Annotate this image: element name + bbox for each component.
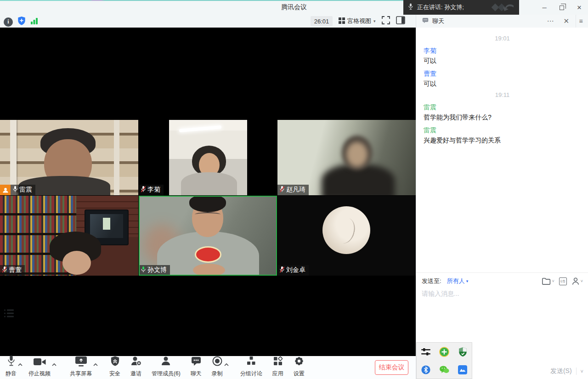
mute-button[interactable]: 静音 xyxy=(6,357,17,378)
send-button[interactable]: 发送(S) xyxy=(550,367,572,375)
chat-button[interactable]: 聊天 xyxy=(191,357,202,378)
tencent-meeting-window: 腾讯会议 正在讲话: 孙文博; ─ ✕ i 26:0 xyxy=(0,0,588,379)
share-options-chevron[interactable] xyxy=(92,360,99,368)
security-button[interactable]: 安全 xyxy=(109,357,120,378)
chat-timestamp: 19:11 xyxy=(424,91,581,98)
video-tile-liujinzhuo[interactable]: 刘金卓 xyxy=(277,196,416,276)
chevron-down-icon: ▾ xyxy=(466,279,469,283)
bluetooth-icon[interactable] xyxy=(421,365,431,375)
chevron-down-icon: ˅ xyxy=(552,279,554,283)
record-icon xyxy=(212,356,223,368)
chevron-down-icon: ˅ xyxy=(581,279,583,283)
speaking-banner-text: 正在讲话: 孙文博; xyxy=(417,3,464,11)
video-tile-leizhen[interactable]: 雷震 xyxy=(0,120,138,195)
manage-members-button[interactable]: 管理成员(6) xyxy=(152,357,181,378)
member-list-icon[interactable] xyxy=(4,309,15,320)
chat-bubble-icon xyxy=(422,17,429,26)
antivirus-icon[interactable] xyxy=(439,347,449,357)
chat-message-text: 可以 xyxy=(424,56,581,66)
chat-more-icon[interactable]: ⋯ xyxy=(543,17,557,25)
breakout-squares-icon xyxy=(246,356,257,368)
nameplate: 雷震 xyxy=(0,185,35,195)
video-tile-caoxuan[interactable]: 曹萱 xyxy=(0,196,138,276)
meeting-info-icon[interactable]: i xyxy=(4,17,13,27)
chat-timestamp: 19:01 xyxy=(424,35,581,42)
meeting-timer: 26:01 xyxy=(311,16,333,26)
chat-sender-name[interactable]: 曹萱 xyxy=(424,68,581,79)
announcement-button[interactable]: 公告 xyxy=(559,277,567,285)
video-tile-zhaofanqi[interactable]: 赵凡琦 xyxy=(277,120,416,195)
chevron-down-icon: ▾ xyxy=(373,19,376,23)
system-tray-popup xyxy=(416,342,472,379)
host-badge-icon xyxy=(0,185,11,195)
chat-close-icon[interactable]: ✕ xyxy=(560,17,572,25)
nameplate: 刘金卓 xyxy=(277,265,309,276)
settings-button[interactable]: 设置 xyxy=(294,357,305,378)
gear-icon xyxy=(294,356,305,368)
mic-muted-icon xyxy=(279,266,285,275)
recorder-overlay-icon xyxy=(490,2,515,15)
camera-icon xyxy=(33,357,46,368)
video-tile-liju[interactable]: 李菊 xyxy=(139,120,277,195)
side-panel-toggle-icon[interactable] xyxy=(396,16,405,26)
close-button[interactable]: ✕ xyxy=(571,0,588,15)
nameplate: 曹萱 xyxy=(0,265,25,276)
chat-panel: 聊天 ⋯ ✕ ≡ 19:01 李菊 可以 曹萱 可以 19:11 雷震 哲学能为… xyxy=(416,15,588,379)
restore-button[interactable] xyxy=(553,0,571,15)
top-edge-strip xyxy=(0,0,403,1)
mic-muted-icon xyxy=(141,186,146,194)
participant-name: 孙文博 xyxy=(147,266,167,274)
restore-icon xyxy=(560,6,564,10)
minimize-button[interactable]: ─ xyxy=(536,0,553,15)
chat-message-input[interactable] xyxy=(422,290,583,297)
meeting-app-icon[interactable] xyxy=(458,365,468,375)
nameplate: 赵凡琦 xyxy=(277,185,309,195)
send-file-button[interactable]: ˅ xyxy=(542,277,554,285)
end-meeting-button[interactable]: 结束会议 xyxy=(375,360,408,375)
video-options-chevron[interactable] xyxy=(51,360,58,368)
send-to-dropdown[interactable]: 所有人 ▾ xyxy=(447,277,469,285)
mic-muted-icon xyxy=(279,186,285,194)
chat-bubble-icon xyxy=(191,356,202,368)
sliders-icon[interactable] xyxy=(421,347,431,357)
invite-person-icon xyxy=(130,356,141,368)
mic-muted-icon xyxy=(2,266,7,275)
participant-name: 刘金卓 xyxy=(286,266,305,274)
participant-name: 雷震 xyxy=(19,186,32,194)
grid-view-icon xyxy=(339,17,345,25)
wechat-icon[interactable] xyxy=(439,365,449,375)
invite-button[interactable]: 邀请 xyxy=(130,357,141,378)
participant-name: 赵凡琦 xyxy=(286,186,305,194)
participant-name: 曹萱 xyxy=(9,266,22,274)
encryption-shield-icon[interactable] xyxy=(17,16,26,28)
video-grid-area: 雷震 李菊 xyxy=(0,28,416,356)
shield-icon xyxy=(110,356,120,368)
panel-menu-icon[interactable]: ≡ xyxy=(576,15,586,28)
chat-title: 聊天 xyxy=(432,17,444,25)
video-tile-sunwenbo-speaking[interactable]: 孙文博 xyxy=(139,196,277,276)
chat-composer: 发送至: 所有人 ▾ ˅ 公告 ˅ xyxy=(416,272,588,298)
network-signal-icon[interactable] xyxy=(30,17,38,27)
chat-message-list[interactable]: 19:01 李菊 可以 曹萱 可以 19:11 雷震 哲学能为我们带来什么? 雷… xyxy=(416,28,588,272)
fullscreen-icon[interactable] xyxy=(382,16,390,26)
mic-speaking-icon xyxy=(141,266,146,275)
breakout-rooms-button[interactable]: 分组讨论 xyxy=(240,357,262,378)
view-mode-dropdown[interactable]: 宫格视图 ▾ xyxy=(339,17,376,25)
apps-button[interactable]: 应用 xyxy=(272,357,283,378)
chat-message-text: 哲学能为我们带来什么? xyxy=(424,112,581,122)
share-screen-button[interactable]: 共享屏幕 xyxy=(70,357,92,378)
stop-video-button[interactable]: 停止视频 xyxy=(28,357,51,378)
mute-options-chevron[interactable] xyxy=(17,360,24,368)
defender-shield-icon[interactable] xyxy=(458,347,468,357)
send-options-chevron[interactable]: ˅ xyxy=(581,368,583,374)
chat-header: 聊天 ⋯ ✕ ≡ xyxy=(416,15,588,28)
private-chat-button[interactable]: ˅ xyxy=(571,277,583,285)
apps-grid-icon xyxy=(272,356,283,368)
nameplate: 李菊 xyxy=(139,185,164,195)
chat-sender-name[interactable]: 雷震 xyxy=(424,102,581,112)
record-button[interactable]: 录制 xyxy=(212,357,223,378)
record-options-chevron[interactable] xyxy=(223,360,230,368)
chat-sender-name[interactable]: 雷震 xyxy=(424,125,581,135)
person-icon xyxy=(160,356,171,368)
chat-sender-name[interactable]: 李菊 xyxy=(424,45,581,56)
